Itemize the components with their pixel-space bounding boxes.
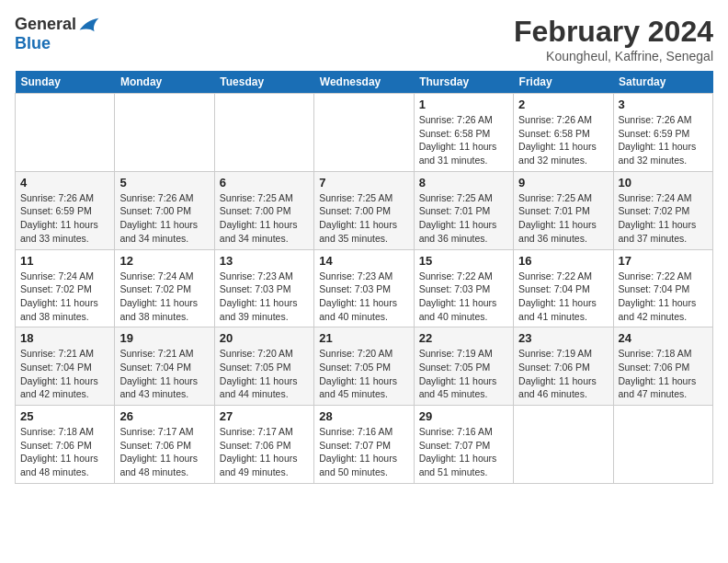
calendar-cell [214,94,313,172]
calendar-cell: 27Sunrise: 7:17 AM Sunset: 7:06 PM Dayli… [214,406,313,484]
day-number: 10 [619,176,708,190]
day-info: Sunrise: 7:25 AM Sunset: 7:00 PM Dayligh… [220,191,309,246]
calendar-header-row: SundayMondayTuesdayWednesdayThursdayFrid… [16,71,713,94]
calendar-cell: 10Sunrise: 7:24 AM Sunset: 7:02 PM Dayli… [613,171,712,249]
calendar-week-row: 11Sunrise: 7:24 AM Sunset: 7:02 PM Dayli… [16,249,713,327]
day-number: 5 [119,176,209,190]
day-info: Sunrise: 7:23 AM Sunset: 7:03 PM Dayligh… [319,270,408,324]
calendar-cell: 15Sunrise: 7:22 AM Sunset: 7:03 PM Dayli… [414,249,513,327]
calendar-cell: 9Sunrise: 7:25 AM Sunset: 7:01 PM Daylig… [514,171,613,249]
day-info: Sunrise: 7:23 AM Sunset: 7:03 PM Dayligh… [220,270,309,324]
column-header-tuesday: Tuesday [214,71,313,94]
calendar-week-row: 25Sunrise: 7:18 AM Sunset: 7:06 PM Dayli… [16,406,713,484]
day-info: Sunrise: 7:17 AM Sunset: 7:06 PM Dayligh… [119,425,209,479]
day-number: 20 [220,331,309,345]
day-number: 9 [518,176,608,190]
day-number: 8 [419,176,508,190]
calendar-cell: 1Sunrise: 7:26 AM Sunset: 6:58 PM Daylig… [414,94,513,172]
day-number: 15 [419,254,508,268]
day-info: Sunrise: 7:24 AM Sunset: 7:02 PM Dayligh… [20,270,109,324]
day-info: Sunrise: 7:26 AM Sunset: 7:00 PM Dayligh… [119,191,209,246]
day-info: Sunrise: 7:22 AM Sunset: 7:04 PM Dayligh… [619,270,708,324]
calendar-cell: 29Sunrise: 7:16 AM Sunset: 7:07 PM Dayli… [414,406,513,484]
day-info: Sunrise: 7:20 AM Sunset: 7:05 PM Dayligh… [220,347,309,401]
day-info: Sunrise: 7:18 AM Sunset: 7:06 PM Dayligh… [20,425,109,479]
calendar-cell: 22Sunrise: 7:19 AM Sunset: 7:05 PM Dayli… [414,327,513,406]
calendar-cell: 20Sunrise: 7:20 AM Sunset: 7:05 PM Dayli… [214,327,313,406]
page-header: General Blue February 2024 Koungheul, Ka… [15,15,713,63]
calendar-cell: 13Sunrise: 7:23 AM Sunset: 7:03 PM Dayli… [214,249,313,327]
calendar-cell: 12Sunrise: 7:24 AM Sunset: 7:02 PM Dayli… [115,249,214,327]
calendar-cell: 11Sunrise: 7:24 AM Sunset: 7:02 PM Dayli… [16,249,115,327]
calendar-cell [314,94,414,172]
calendar-cell: 6Sunrise: 7:25 AM Sunset: 7:00 PM Daylig… [214,171,313,249]
day-info: Sunrise: 7:24 AM Sunset: 7:02 PM Dayligh… [119,270,209,324]
day-info: Sunrise: 7:25 AM Sunset: 7:01 PM Dayligh… [419,191,508,246]
title-section: February 2024 Koungheul, Kaffrine, Seneg… [514,15,713,63]
day-info: Sunrise: 7:22 AM Sunset: 7:03 PM Dayligh… [419,270,508,324]
logo-general-text: General [15,15,76,34]
day-number: 28 [319,409,408,423]
day-number: 2 [518,98,608,111]
day-number: 6 [220,176,309,190]
day-info: Sunrise: 7:25 AM Sunset: 7:00 PM Dayligh… [319,191,408,246]
day-info: Sunrise: 7:17 AM Sunset: 7:06 PM Dayligh… [220,425,309,479]
column-header-friday: Friday [514,71,613,94]
calendar-week-row: 4Sunrise: 7:26 AM Sunset: 6:59 PM Daylig… [16,171,713,249]
calendar-cell: 26Sunrise: 7:17 AM Sunset: 7:06 PM Dayli… [115,406,214,484]
day-number: 3 [619,98,708,111]
calendar-table: SundayMondayTuesdayWednesdayThursdayFrid… [15,71,713,484]
day-info: Sunrise: 7:16 AM Sunset: 7:07 PM Dayligh… [419,425,508,479]
calendar-week-row: 18Sunrise: 7:21 AM Sunset: 7:04 PM Dayli… [16,327,713,406]
calendar-cell: 18Sunrise: 7:21 AM Sunset: 7:04 PM Dayli… [16,327,115,406]
day-info: Sunrise: 7:24 AM Sunset: 7:02 PM Dayligh… [619,191,708,246]
column-header-monday: Monday [115,71,214,94]
column-header-saturday: Saturday [613,71,712,94]
day-info: Sunrise: 7:20 AM Sunset: 7:05 PM Dayligh… [319,347,408,401]
day-number: 26 [119,409,209,423]
day-info: Sunrise: 7:21 AM Sunset: 7:04 PM Dayligh… [20,347,109,401]
day-number: 24 [619,331,708,345]
day-info: Sunrise: 7:19 AM Sunset: 7:06 PM Dayligh… [518,347,608,401]
column-header-thursday: Thursday [414,71,513,94]
calendar-cell: 14Sunrise: 7:23 AM Sunset: 7:03 PM Dayli… [314,249,414,327]
day-number: 12 [119,254,209,268]
day-info: Sunrise: 7:16 AM Sunset: 7:07 PM Dayligh… [319,425,408,479]
calendar-cell: 5Sunrise: 7:26 AM Sunset: 7:00 PM Daylig… [115,171,214,249]
day-info: Sunrise: 7:21 AM Sunset: 7:04 PM Dayligh… [119,347,209,401]
column-header-sunday: Sunday [16,71,115,94]
day-info: Sunrise: 7:25 AM Sunset: 7:01 PM Dayligh… [518,191,608,246]
location-subtitle: Koungheul, Kaffrine, Senegal [514,49,713,63]
day-number: 21 [319,331,408,345]
column-header-wednesday: Wednesday [314,71,414,94]
month-year-title: February 2024 [514,15,713,49]
calendar-cell [613,406,712,484]
day-number: 14 [319,254,408,268]
day-number: 19 [119,331,209,345]
day-info: Sunrise: 7:19 AM Sunset: 7:05 PM Dayligh… [419,347,508,401]
day-number: 18 [20,331,109,345]
calendar-cell: 16Sunrise: 7:22 AM Sunset: 7:04 PM Dayli… [514,249,613,327]
calendar-cell: 28Sunrise: 7:16 AM Sunset: 7:07 PM Dayli… [314,406,414,484]
day-number: 25 [20,409,109,423]
calendar-cell [16,94,115,172]
calendar-cell: 2Sunrise: 7:26 AM Sunset: 6:58 PM Daylig… [514,94,613,172]
day-info: Sunrise: 7:26 AM Sunset: 6:59 PM Dayligh… [20,191,109,246]
logo: General Blue [15,15,100,53]
logo-bird-icon [78,17,100,33]
calendar-cell [115,94,214,172]
calendar-week-row: 1Sunrise: 7:26 AM Sunset: 6:58 PM Daylig… [16,94,713,172]
calendar-cell: 19Sunrise: 7:21 AM Sunset: 7:04 PM Dayli… [115,327,214,406]
calendar-cell: 8Sunrise: 7:25 AM Sunset: 7:01 PM Daylig… [414,171,513,249]
calendar-cell: 4Sunrise: 7:26 AM Sunset: 6:59 PM Daylig… [16,171,115,249]
calendar-cell: 25Sunrise: 7:18 AM Sunset: 7:06 PM Dayli… [16,406,115,484]
day-number: 7 [319,176,408,190]
day-number: 23 [518,331,608,345]
day-info: Sunrise: 7:26 AM Sunset: 6:59 PM Dayligh… [619,113,708,167]
day-info: Sunrise: 7:26 AM Sunset: 6:58 PM Dayligh… [518,113,608,167]
calendar-cell [514,406,613,484]
calendar-cell: 3Sunrise: 7:26 AM Sunset: 6:59 PM Daylig… [613,94,712,172]
calendar-cell: 24Sunrise: 7:18 AM Sunset: 7:06 PM Dayli… [613,327,712,406]
calendar-cell: 21Sunrise: 7:20 AM Sunset: 7:05 PM Dayli… [314,327,414,406]
day-number: 29 [419,409,508,423]
